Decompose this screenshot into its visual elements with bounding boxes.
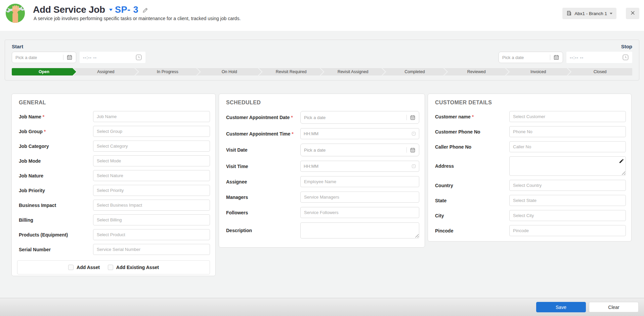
edit-job-code-button[interactable] xyxy=(142,7,148,13)
field-row-pincode: Pincode xyxy=(433,225,626,236)
caller-phone-no-input[interactable] xyxy=(509,141,626,152)
timer-panel: Start Stop Pick a date --:-- -- Pick a d… xyxy=(5,40,639,81)
field-label-serial-number: Serial Number xyxy=(17,247,93,252)
state-input[interactable] xyxy=(509,195,626,206)
pipeline-stage-on-hold[interactable]: On Hold xyxy=(197,68,262,75)
address-textarea[interactable] xyxy=(509,156,626,176)
app-logo-icon xyxy=(5,2,26,23)
customer-phone-no-input[interactable] xyxy=(509,126,626,137)
clock-icon xyxy=(622,54,629,61)
divider xyxy=(406,147,407,153)
field-row-city: City xyxy=(433,210,626,221)
add-asset-checkbox[interactable] xyxy=(68,265,74,270)
field-label-address: Address xyxy=(433,163,509,169)
panel-general: GENERAL Job Name *Job Group *Job Categor… xyxy=(11,94,216,276)
field-row-job-name: Job Name * xyxy=(17,111,210,122)
stop-date-picker[interactable]: Pick a date xyxy=(499,52,563,63)
start-label: Start xyxy=(12,44,23,49)
panel-title-scheduled: SCHEDULED xyxy=(226,100,419,106)
business-impact-input[interactable] xyxy=(93,200,210,211)
panel-customer: CUSTOMER DETAILS Customer name *Customer… xyxy=(428,94,632,242)
field-label-customer-appointment-date: Customer Appointment Date * xyxy=(224,115,300,120)
field-label-assignee: Assignee xyxy=(224,179,300,185)
pincode-input[interactable] xyxy=(509,225,626,236)
pipeline-stage-closed[interactable]: Closed xyxy=(568,68,632,75)
field-label-city: City xyxy=(433,213,509,218)
field-label-country: Country xyxy=(433,183,509,188)
branch-selector-label: Abx1 - Branch 1 xyxy=(574,11,607,16)
panel-scheduled: SCHEDULED Customer Appointment Date *Pic… xyxy=(219,94,425,248)
clear-button[interactable]: Clear xyxy=(589,302,639,312)
field-label-customer-appointment-time: Customer Appointment Time * xyxy=(224,131,300,137)
header: Add Service Job SP- 3 A service job invo… xyxy=(0,0,644,31)
field-row-address: Address xyxy=(433,156,626,176)
field-label-customer-name: Customer name * xyxy=(433,114,509,119)
field-row-customer-name: Customer name * xyxy=(433,111,626,122)
job-mode-input[interactable] xyxy=(93,155,210,166)
visit-time-time-picker[interactable]: HH:MM xyxy=(300,161,419,172)
job-nature-input[interactable] xyxy=(93,170,210,181)
managers-input[interactable] xyxy=(300,192,419,203)
pipeline-stage-assigned[interactable]: Assigned xyxy=(74,68,138,75)
description-textarea[interactable] xyxy=(300,222,419,239)
footer: Save Clear xyxy=(0,298,644,316)
field-label-job-nature: Job Nature xyxy=(17,173,93,178)
start-date-picker[interactable]: Pick a date xyxy=(12,52,76,63)
customer-appointment-time-time-picker[interactable]: HH:MM xyxy=(300,128,419,139)
divider xyxy=(63,55,63,60)
visit-date-date-picker[interactable]: Pick a date xyxy=(300,144,419,156)
pipeline-stage-in-progress[interactable]: In Progress xyxy=(135,68,200,75)
close-button[interactable] xyxy=(626,8,639,19)
calendar-icon xyxy=(410,115,416,120)
field-label-job-group: Job Group * xyxy=(17,129,93,134)
stop-inputs: Pick a date --:-- -- xyxy=(499,52,632,63)
field-label-products-equipment: Products (Equipment) xyxy=(17,232,93,238)
pipeline-stage-completed[interactable]: Completed xyxy=(382,68,447,75)
stop-time-placeholder: --:-- -- xyxy=(570,55,622,60)
job-group-input[interactable] xyxy=(93,126,210,137)
followers-input[interactable] xyxy=(300,207,419,218)
add-existing-asset-checkbox[interactable] xyxy=(108,265,113,270)
pipeline-stage-revisit-assigned[interactable]: Revisit Assigned xyxy=(321,68,385,75)
field-label-caller-phone-no: Caller Phone No xyxy=(433,144,509,150)
stop-time-picker[interactable]: --:-- -- xyxy=(566,52,632,63)
billing-input[interactable] xyxy=(93,214,210,225)
pipeline-stage-invoiced[interactable]: Invoiced xyxy=(506,68,570,75)
required-asterisk: * xyxy=(290,131,293,137)
save-button[interactable]: Save xyxy=(536,302,586,312)
pencil-icon xyxy=(619,160,624,165)
field-label-customer-phone-no: Customer Phone No xyxy=(433,129,509,135)
clock-icon xyxy=(412,131,416,136)
required-asterisk: * xyxy=(290,115,293,120)
field-label-description: Description xyxy=(224,228,300,233)
customer-appointment-date-date-picker[interactable]: Pick a date xyxy=(300,111,419,124)
pipeline-stage-revisit-required[interactable]: Revisit Required xyxy=(259,68,324,75)
field-row-managers: Managers xyxy=(224,192,419,203)
assignee-input[interactable] xyxy=(300,176,419,187)
country-input[interactable] xyxy=(509,180,626,191)
calendar-icon xyxy=(410,147,416,153)
field-label-pincode: Pincode xyxy=(433,228,509,233)
field-label-job-priority: Job Priority xyxy=(17,188,93,193)
job-type-caret-icon[interactable] xyxy=(109,9,113,13)
field-row-followers: Followers xyxy=(224,207,419,218)
branch-selector[interactable]: Abx1 - Branch 1 xyxy=(562,8,616,19)
serial-number-input[interactable] xyxy=(93,244,210,255)
products-equipment-input[interactable] xyxy=(93,229,210,240)
job-category-input[interactable] xyxy=(93,141,210,152)
field-label-visit-date: Visit Date xyxy=(224,147,300,153)
customer-name-input[interactable] xyxy=(509,111,626,122)
job-priority-input[interactable] xyxy=(93,185,210,196)
field-row-business-impact: Business Impact xyxy=(17,200,210,211)
edit-address-button[interactable] xyxy=(619,158,624,164)
city-input[interactable] xyxy=(509,210,626,221)
job-name-input[interactable] xyxy=(93,111,210,122)
field-row-customer-appointment-date: Customer Appointment Date *Pick a date xyxy=(224,111,419,124)
start-time-picker[interactable]: --:-- -- xyxy=(80,52,145,63)
pipeline-stage-reviewed[interactable]: Reviewed xyxy=(444,68,509,75)
field-label-business-impact: Business Impact xyxy=(17,203,93,208)
pipeline-stage-open[interactable]: Open xyxy=(12,68,76,75)
clock-icon xyxy=(412,164,416,168)
stop-label: Stop xyxy=(621,44,632,49)
required-asterisk: * xyxy=(471,114,474,119)
